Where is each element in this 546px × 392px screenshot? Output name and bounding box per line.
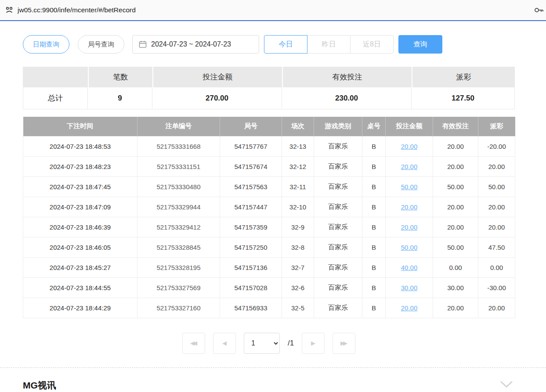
first-page-button[interactable]: ◀◀ [182, 333, 205, 354]
site-favicon-icon[interactable] [4, 5, 14, 15]
bet-amount-link[interactable]: 20.00 [401, 223, 418, 231]
bet-amount-link[interactable]: 30.00 [401, 284, 418, 291]
cell-session: 32-6 [282, 277, 314, 298]
today-button[interactable]: 今日 [264, 35, 307, 54]
column-header-order-id: 注单编号 [137, 117, 220, 136]
cell-bet-amount: 50.00 [386, 176, 433, 197]
cell-round-id: 547156933 [220, 298, 282, 318]
cell-session: 32-8 [282, 237, 314, 257]
cell-payout: 20.00 [478, 156, 515, 176]
address-bar: jw05.cc:9900/infe/mcenter/#/betRecord [0, 0, 546, 21]
cell-session: 32-9 [282, 217, 314, 237]
cell-game-type: 百家乐 [314, 176, 362, 197]
cell-valid-bet: 50.00 [433, 176, 478, 197]
cell-round-id: 547157136 [220, 257, 282, 277]
last-page-button[interactable]: ▶▶ [333, 333, 355, 354]
cell-table-no: B [362, 237, 386, 257]
cell-order-id: 521753327160 [137, 298, 220, 318]
table-row: 2024-07-23 18:44:55521753327569547157028… [23, 277, 515, 298]
column-header-session: 场次 [282, 117, 314, 136]
bet-amount-link[interactable]: 20.00 [401, 163, 418, 170]
previous-page-button[interactable]: ◀ [213, 333, 236, 354]
cell-table-no: B [362, 136, 386, 156]
url-text[interactable]: jw05.cc:9900/infe/mcenter/#/betRecord [18, 6, 533, 14]
cell-order-id: 521753331151 [137, 156, 220, 176]
cell-payout: -20.00 [478, 136, 515, 156]
cell-session: 32-13 [282, 136, 314, 156]
cell-bet-amount: 30.00 [386, 277, 433, 298]
cell-table-no: B [362, 298, 386, 318]
key-icon[interactable] [533, 4, 544, 16]
cell-bet-time: 2024-07-23 18:47:45 [23, 176, 137, 197]
cell-table-no: B [362, 277, 386, 298]
page-total: /1 [288, 339, 294, 348]
bet-amount-link[interactable]: 50.00 [401, 244, 418, 251]
cell-bet-amount: 20.00 [386, 298, 433, 318]
table-row: 2024-07-23 18:46:39521753329412547157359… [23, 217, 515, 237]
page-select[interactable]: 1 [244, 333, 280, 354]
double-left-arrow-icon: ◀◀ [190, 340, 195, 346]
cell-bet-time: 2024-07-23 18:45:27 [23, 257, 137, 277]
table-row: 2024-07-23 18:46:05521753328845547157250… [23, 237, 515, 257]
cell-session: 32-7 [282, 257, 314, 277]
cell-game-type: 百家乐 [314, 298, 362, 318]
cell-order-id: 521753331668 [137, 136, 220, 156]
cell-bet-amount: 20.00 [386, 217, 433, 237]
bet-amount-link[interactable]: 20.00 [401, 203, 418, 211]
chevron-down-icon[interactable] [500, 381, 513, 388]
cell-round-id: 547157563 [220, 176, 282, 197]
cell-payout: -30.00 [478, 277, 515, 298]
summary-count-value: 9 [88, 87, 152, 109]
bet-record-table: 下注时间注单编号局号场次游戏类别桌号投注金额有效投注派彩 2024-07-23 … [23, 117, 515, 318]
cell-payout: 20.00 [478, 298, 515, 318]
bet-amount-link[interactable]: 20.00 [401, 304, 418, 312]
summary-header-count: 笔数 [88, 67, 152, 87]
cell-valid-bet: 20.00 [433, 298, 478, 318]
date-query-tab[interactable]: 日期查询 [23, 35, 69, 54]
table-row: 2024-07-23 18:48:23521753331151547157674… [23, 156, 515, 176]
cell-session: 32-10 [282, 197, 314, 217]
next-section-header[interactable]: MG视讯 [0, 368, 546, 392]
cell-bet-amount: 20.00 [386, 156, 433, 176]
bet-table-header-row: 下注时间注单编号局号场次游戏类别桌号投注金额有效投注派彩 [23, 117, 515, 136]
cell-round-id: 547157767 [220, 136, 282, 156]
cell-payout: 47.50 [478, 237, 515, 257]
cell-bet-time: 2024-07-23 18:44:55 [23, 277, 137, 298]
last-8-days-button[interactable]: 近8日 [350, 35, 394, 54]
cell-valid-bet: 50.00 [433, 237, 478, 257]
summary-header-payout: 派彩 [412, 67, 515, 87]
yesterday-button[interactable]: 昨日 [307, 35, 351, 54]
cell-valid-bet: 20.00 [433, 197, 478, 217]
cell-valid-bet: 20.00 [433, 136, 478, 156]
cell-payout: 20.00 [478, 217, 515, 237]
cell-table-no: B [362, 217, 386, 237]
filter-toolbar: 日期查询 局号查询 2024-07-23 ~ 2024-07-23 今日 昨日 … [23, 35, 515, 54]
date-range-value: 2024-07-23 ~ 2024-07-23 [151, 40, 231, 48]
search-button[interactable]: 查询 [398, 35, 442, 54]
cell-table-no: B [362, 156, 386, 176]
table-row: 2024-07-23 18:44:29521753327160547156933… [23, 298, 515, 318]
cell-bet-time: 2024-07-23 18:46:39 [23, 217, 137, 237]
cell-payout: 50.00 [478, 176, 515, 197]
bet-amount-link[interactable]: 50.00 [401, 183, 418, 191]
next-page-button[interactable]: ▶ [302, 333, 325, 354]
cell-order-id: 521753328845 [137, 237, 220, 257]
table-row: 2024-07-23 18:47:09521753329944547157447… [23, 197, 515, 217]
cell-game-type: 百家乐 [314, 156, 362, 176]
summary-table: 笔数 投注金额 有效投注 派彩 总计 9 270.00 230.00 127.5… [23, 67, 515, 109]
column-header-valid-bet: 有效投注 [433, 117, 478, 136]
bet-amount-link[interactable]: 40.00 [401, 264, 418, 271]
table-row: 2024-07-23 18:45:27521753328195547157136… [23, 257, 515, 277]
date-range-picker[interactable]: 2024-07-23 ~ 2024-07-23 [132, 35, 259, 54]
summary-total-label: 总计 [23, 87, 88, 109]
cell-order-id: 521753328195 [137, 257, 220, 277]
bet-amount-link[interactable]: 20.00 [401, 143, 418, 150]
cell-bet-amount: 50.00 [386, 237, 433, 257]
cell-order-id: 521753327569 [137, 277, 220, 298]
right-arrow-icon: ▶ [311, 340, 315, 346]
summary-total-row: 总计 9 270.00 230.00 127.50 [23, 87, 515, 109]
cell-round-id: 547157359 [220, 217, 282, 237]
cell-round-id: 547157028 [220, 277, 282, 298]
round-query-tab[interactable]: 局号查询 [78, 35, 124, 54]
cell-round-id: 547157250 [220, 237, 282, 257]
